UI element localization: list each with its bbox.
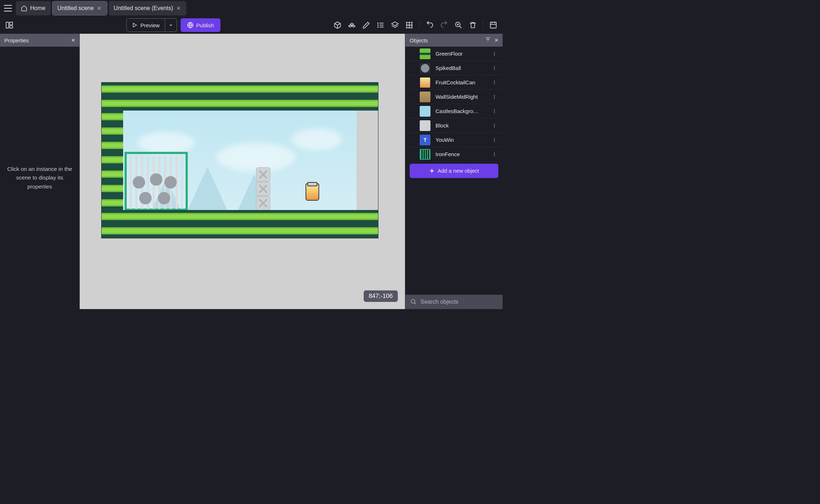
svg-marker-3: [133, 23, 136, 27]
object-row[interactable]: SpikedBall: [405, 61, 503, 75]
menu-hamburger[interactable]: [1, 2, 14, 15]
spiked-ball[interactable]: [148, 172, 164, 187]
svg-point-21: [494, 96, 495, 97]
object-thumbnail: [420, 106, 430, 117]
properties-close[interactable]: ×: [71, 37, 75, 44]
objects-close[interactable]: ×: [494, 37, 498, 44]
preview-label: Preview: [140, 22, 159, 28]
tab-home[interactable]: Home: [16, 1, 51, 15]
object-row[interactable]: FruitCocktailCan: [405, 75, 503, 90]
object-more-button[interactable]: [490, 107, 498, 115]
svg-point-23: [494, 109, 495, 110]
fruit-can[interactable]: [306, 183, 319, 201]
object-more-button[interactable]: [490, 136, 498, 144]
publish-label: Publish: [196, 22, 214, 28]
edit-button[interactable]: [361, 20, 371, 30]
spiked-ball[interactable]: [163, 174, 178, 190]
grass-top: [102, 83, 378, 111]
svg-point-33: [494, 154, 495, 154]
preview-dropdown[interactable]: [165, 18, 177, 32]
object-more-button[interactable]: [490, 64, 498, 72]
svg-rect-2: [10, 26, 13, 28]
object-thumbnail: T: [420, 135, 430, 145]
object-more-button[interactable]: [490, 150, 498, 158]
svg-point-35: [411, 299, 415, 303]
objects-search-input[interactable]: [420, 299, 498, 305]
object-row[interactable]: CastlesBackgro…: [405, 104, 503, 118]
svg-point-20: [494, 95, 495, 95]
object-thumbnail: [420, 92, 430, 102]
globe-icon: [187, 22, 194, 28]
tab-events-close[interactable]: ×: [176, 5, 181, 12]
object-row[interactable]: IronFence: [405, 147, 503, 160]
trash-icon: [469, 21, 477, 29]
layers-button[interactable]: [390, 20, 400, 30]
object-more-button[interactable]: [490, 122, 498, 130]
more-vertical-icon: [492, 94, 497, 99]
instances-list-button[interactable]: [376, 20, 386, 30]
object-label: IronFence: [435, 151, 485, 157]
tab-events[interactable]: Untitled scene (Events) ×: [109, 1, 186, 15]
zoom-button[interactable]: [453, 20, 463, 30]
object-row[interactable]: GreenFloor: [405, 47, 503, 61]
object-label: SpikedBall: [435, 65, 485, 71]
svg-point-30: [494, 139, 495, 140]
settings-button[interactable]: [488, 20, 498, 30]
object-row[interactable]: TYouWin: [405, 133, 503, 147]
add-object-button[interactable]: [332, 20, 343, 30]
cube-icon: [334, 21, 341, 29]
objects-panel: Objects × GreenFloorSpikedBallFruitCockt…: [405, 34, 503, 309]
tab-scene[interactable]: Untitled scene ×: [52, 1, 107, 15]
properties-empty-message: Click on an instance in the scene to dis…: [0, 47, 79, 309]
undo-button[interactable]: [425, 20, 435, 30]
home-icon: [21, 5, 27, 11]
redo-icon: [440, 21, 448, 29]
redo-button[interactable]: [439, 20, 449, 30]
more-vertical-icon: [492, 80, 497, 85]
cubes-icon: [348, 21, 356, 29]
spiked-ball[interactable]: [131, 174, 147, 190]
object-row[interactable]: WallSideMidRight: [405, 90, 503, 104]
object-more-button[interactable]: [490, 50, 498, 58]
block-instance[interactable]: [256, 196, 270, 210]
objects-title: Objects: [410, 37, 428, 43]
object-row[interactable]: Block: [405, 118, 503, 133]
preview-button[interactable]: Preview: [126, 18, 165, 32]
cloud: [138, 132, 195, 154]
tab-scene-label: Untitled scene: [57, 5, 94, 11]
object-label: WallSideMidRight: [435, 94, 485, 100]
object-groups-button[interactable]: [347, 20, 357, 30]
scene-viewport[interactable]: [101, 82, 378, 238]
add-object-button[interactable]: Add a new object: [410, 164, 498, 178]
delete-button[interactable]: [468, 20, 478, 30]
spiked-ball[interactable]: [138, 190, 153, 206]
scene-canvas[interactable]: 847;-106: [80, 34, 405, 309]
svg-point-29: [494, 138, 495, 139]
svg-point-14: [494, 66, 495, 67]
objects-filter[interactable]: [485, 37, 491, 44]
panels-toggle-button[interactable]: [4, 20, 14, 30]
svg-point-5: [378, 23, 378, 24]
object-label: CastlesBackgro…: [435, 108, 485, 114]
block-instance[interactable]: [256, 167, 270, 182]
grass-bottom: [102, 210, 378, 238]
svg-point-24: [494, 111, 495, 111]
svg-point-19: [494, 83, 495, 84]
publish-button[interactable]: Publish: [181, 18, 220, 32]
grass-right: [102, 111, 123, 210]
object-more-button[interactable]: [490, 79, 498, 87]
object-label: Block: [435, 122, 485, 129]
block-instance[interactable]: [256, 182, 270, 196]
chevron-down-icon: [169, 23, 173, 27]
objects-search: [405, 295, 503, 309]
svg-point-12: [494, 53, 495, 54]
objects-list: GreenFloorSpikedBallFruitCocktailCanWall…: [405, 47, 503, 160]
grid-button[interactable]: [404, 20, 414, 30]
spiked-ball[interactable]: [156, 190, 172, 206]
object-label: FruitCocktailCan: [435, 79, 485, 85]
grid-icon: [405, 21, 413, 29]
zoom-icon: [455, 21, 462, 29]
svg-point-34: [494, 155, 495, 156]
tab-scene-close[interactable]: ×: [97, 5, 102, 12]
object-more-button[interactable]: [490, 93, 498, 101]
